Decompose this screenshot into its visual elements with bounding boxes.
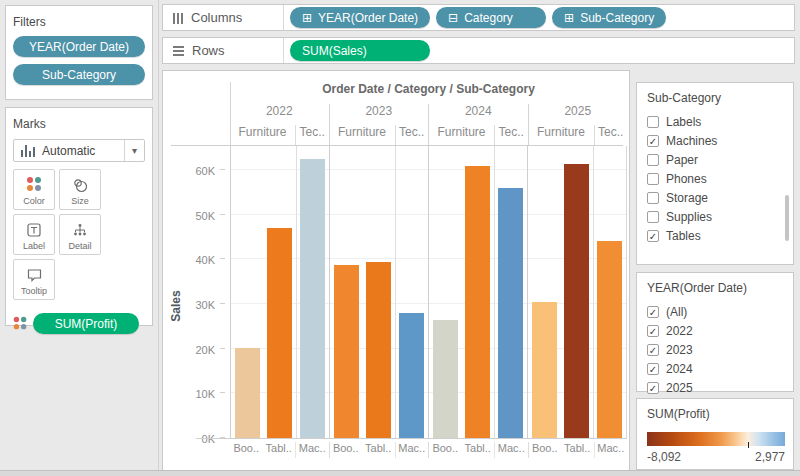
year-checkbox-list: ✓(All)✓2022✓2023✓2024✓2025: [647, 302, 793, 397]
checked-checkbox[interactable]: ✓: [647, 325, 659, 337]
x-axis-label: Boo..: [330, 442, 363, 458]
color-button[interactable]: Color: [13, 169, 55, 210]
subcategory-row-Storage[interactable]: Storage: [647, 188, 793, 207]
checked-checkbox[interactable]: ✓: [647, 363, 659, 375]
mark-type-dropdown[interactable]: Automatic ▾: [13, 139, 145, 162]
subcategory-row-Supplies[interactable]: Supplies: [647, 207, 793, 226]
columns-pill-0[interactable]: ⊞YEAR(Order Date): [290, 7, 430, 28]
bar-2024-Mac..[interactable]: [498, 188, 523, 438]
subcategory-row-Paper[interactable]: Paper: [647, 150, 793, 169]
category-header: Furniture: [330, 125, 395, 145]
bar-2025-Boo..[interactable]: [532, 302, 557, 438]
y-tick-mark: [220, 303, 225, 304]
chevron-down-icon[interactable]: ▾: [124, 140, 144, 161]
columns-pill-list: ⊞YEAR(Order Date)⊟Category⊞Sub-Category: [284, 7, 666, 28]
x-axis-labels: Boo..Tabl..Mac..Boo..Tabl..Mac..Boo..Tab…: [230, 442, 627, 458]
y-tick-label-10K: 10K: [195, 388, 215, 400]
y-tick-mark: [220, 392, 225, 393]
year-row-(All)[interactable]: ✓(All): [647, 302, 793, 321]
subcategory-row-Labels[interactable]: Labels: [647, 112, 793, 131]
category-header-row: FurnitureTec..FurnitureTec..FurnitureTec…: [230, 125, 627, 145]
x-axis-label: Boo..: [529, 442, 562, 458]
subcategory-row-Tables[interactable]: ✓Tables: [647, 226, 793, 245]
size-button[interactable]: Size: [59, 169, 101, 210]
profit-encoding-pill[interactable]: SUM(Profit): [33, 313, 139, 334]
size-circles-icon: [72, 177, 88, 193]
subcategory-checkbox-list: Labels✓MachinesPaperPhonesStorageSupplie…: [647, 112, 793, 245]
rows-shelf[interactable]: Rows SUM(Sales): [162, 37, 795, 64]
x-axis-label: Tabl..: [561, 442, 595, 458]
chart-title: Order Date / Category / Sub-Category: [230, 82, 627, 96]
subcategory-row-Machines[interactable]: ✓Machines: [647, 131, 793, 150]
scrollbar[interactable]: [785, 195, 789, 241]
color-dots-icon: [27, 177, 42, 192]
columns-shelf[interactable]: Columns ⊞YEAR(Order Date)⊟Category⊞Sub-C…: [162, 4, 795, 31]
minus-box-icon: ⊟: [448, 12, 458, 24]
filter-pill-0[interactable]: YEAR(Order Date): [13, 36, 145, 57]
plot-column: [297, 146, 330, 438]
year-label: 2025: [666, 381, 693, 395]
label-button[interactable]: Label: [13, 214, 55, 255]
unchecked-checkbox[interactable]: [647, 173, 659, 185]
columns-icon: [173, 12, 183, 24]
bar-2022-Mac..[interactable]: [300, 159, 325, 438]
category-header-group: FurnitureTec..: [329, 125, 429, 145]
unchecked-checkbox[interactable]: [647, 116, 659, 128]
y-axis-ticks: 0K10K20K30K40K50K60K: [163, 146, 225, 438]
x-axis-label: Mac..: [595, 442, 628, 458]
rows-shelf-label: Rows: [192, 43, 225, 58]
checked-checkbox[interactable]: ✓: [647, 135, 659, 147]
profit-color-gradient[interactable]: [647, 432, 785, 446]
unchecked-checkbox[interactable]: [647, 211, 659, 223]
subcategory-label: Paper: [666, 153, 698, 167]
rows-pill-list: SUM(Sales): [284, 40, 430, 61]
x-axis-label: Tabl..: [462, 442, 496, 458]
plot-column: [429, 146, 461, 438]
bar-2023-Tabl..[interactable]: [366, 262, 391, 438]
year-row-2022[interactable]: ✓2022: [647, 321, 793, 340]
tooltip-bubble-icon: [26, 267, 43, 283]
y-tick-label-30K: 30K: [195, 299, 215, 311]
checked-checkbox[interactable]: ✓: [647, 230, 659, 242]
subcategory-filter-title: Sub-Category: [647, 91, 793, 105]
detail-button[interactable]: Detail: [59, 214, 101, 255]
pill-text: Category: [464, 11, 513, 25]
checked-checkbox[interactable]: ✓: [647, 344, 659, 356]
columns-pill-2[interactable]: ⊞Sub-Category: [552, 7, 666, 28]
unchecked-checkbox[interactable]: [647, 154, 659, 166]
plot-column: [560, 146, 593, 438]
rows-pill-0[interactable]: SUM(Sales): [290, 40, 430, 61]
window-bottom-edge: [0, 470, 800, 476]
checked-checkbox[interactable]: ✓: [647, 382, 659, 394]
marks-button-grid: ColorSizeLabelDetailTooltip: [13, 169, 145, 300]
bar-2023-Boo..[interactable]: [334, 265, 359, 438]
detail-tree-icon: [72, 222, 88, 238]
encoding-row: SUM(Profit): [13, 313, 145, 334]
year-header-2022: 2022: [230, 104, 329, 125]
year-row-2024[interactable]: ✓2024: [647, 359, 793, 378]
bar-2025-Tabl..[interactable]: [564, 164, 589, 438]
color-button-label: Color: [23, 196, 45, 206]
size-button-label: Size: [71, 196, 89, 206]
tooltip-button[interactable]: Tooltip: [13, 259, 55, 300]
marks-title: Marks: [13, 117, 145, 131]
bar-2024-Boo..[interactable]: [433, 320, 458, 438]
columns-pill-1[interactable]: ⊟Category: [436, 7, 546, 28]
bar-2024-Tabl..[interactable]: [465, 166, 490, 438]
unchecked-checkbox[interactable]: [647, 192, 659, 204]
plot-column: [594, 146, 626, 438]
filter-pill-1[interactable]: Sub-Category: [13, 64, 145, 85]
year-filter-card: YEAR(Order Date) ✓(All)✓2022✓2023✓2024✓2…: [636, 272, 794, 392]
plot-column: [396, 146, 429, 438]
subcategory-row-Phones[interactable]: Phones: [647, 169, 793, 188]
year-row-2025[interactable]: ✓2025: [647, 378, 793, 397]
rows-shelf-label-zone: Rows: [163, 38, 284, 63]
bar-2025-Mac..[interactable]: [597, 241, 622, 438]
year-filter-title: YEAR(Order Date): [647, 281, 793, 295]
panel-divider: [158, 0, 159, 470]
year-row-2023[interactable]: ✓2023: [647, 340, 793, 359]
checked-checkbox[interactable]: ✓: [647, 306, 659, 318]
bar-2023-Mac..[interactable]: [399, 313, 424, 438]
bar-2022-Boo..[interactable]: [235, 348, 260, 438]
bar-2022-Tabl..[interactable]: [267, 228, 292, 438]
